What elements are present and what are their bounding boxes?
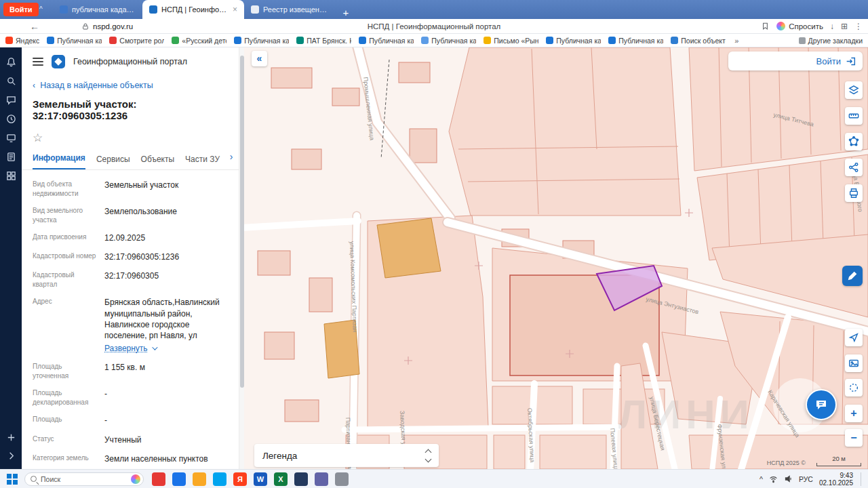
expand-address-link[interactable]: Развернуть (104, 343, 229, 354)
bookmark-item[interactable]: Публичная кадас (608, 37, 663, 45)
bookmark-item[interactable]: Яндекс (5, 37, 39, 45)
taskbar-app-icon[interactable] (294, 472, 308, 486)
nav-back-icon[interactable]: ← (30, 21, 39, 32)
back-to-results-link[interactable]: ‹ Назад в найденные объекты (22, 74, 239, 92)
messenger-icon[interactable] (6, 95, 16, 105)
copilot-icon[interactable] (131, 474, 140, 484)
field-label: Вид объекта недвижимости (33, 180, 98, 198)
word-icon[interactable]: W (254, 472, 267, 486)
bookmark-item[interactable]: Публичная кадас (421, 37, 476, 45)
menu-burger-icon[interactable] (33, 58, 43, 66)
tab-favicon (60, 5, 68, 14)
chat-button[interactable] (806, 389, 837, 420)
profile-caret-icon[interactable]: ^ (39, 5, 43, 13)
bookmark-item[interactable]: Смотрите ролик (109, 37, 164, 45)
tab-objects[interactable]: Объекты (141, 155, 175, 169)
panorama-button[interactable] (845, 354, 863, 372)
network-icon[interactable] (769, 474, 778, 483)
portal-login-button[interactable]: Войти (728, 52, 863, 70)
yandex-browser-icon[interactable]: Я (233, 472, 247, 486)
search-icon[interactable] (6, 76, 16, 86)
bookmark-item[interactable]: Публичная кадас (234, 37, 289, 45)
folder-icon[interactable] (193, 472, 206, 486)
bookmark-flag-icon[interactable] (761, 22, 770, 30)
clock[interactable]: 9:43 02.10.2025 (819, 472, 853, 487)
ask-ai-button[interactable]: Спросить (776, 22, 823, 30)
bookmark-item[interactable]: Поиск объектов (671, 37, 726, 45)
taskbar-app-icon[interactable] (315, 472, 328, 486)
apps-grid-icon[interactable] (6, 171, 16, 181)
taskbar-app-icon[interactable] (213, 472, 226, 486)
url-field[interactable]: nspd.gov.ru (81, 22, 133, 30)
devices-icon[interactable] (6, 133, 16, 143)
scale-ruler-button[interactable] (845, 107, 863, 125)
field-value: Земельный участок (104, 180, 178, 198)
language-indicator[interactable]: РУС (799, 475, 813, 483)
zoom-in-button[interactable]: + (845, 405, 863, 422)
field-value: 32:17:0960305:1236 (104, 251, 179, 262)
location-arrow-icon (848, 332, 859, 343)
tab-information[interactable]: Информация (33, 153, 85, 169)
extensions-icon[interactable]: ⊞ (841, 22, 848, 31)
excel-icon[interactable]: X (274, 472, 288, 486)
legend-panel[interactable]: Легенда (254, 444, 439, 467)
speaker-icon[interactable] (784, 474, 793, 483)
favorite-star-icon[interactable]: ☆ (22, 124, 239, 146)
bookmark-item[interactable]: Публичная кадас (359, 37, 414, 45)
bookmark-item[interactable]: Письмо «Рыночн (484, 37, 538, 45)
expand-link-label: Развернуть (104, 343, 148, 354)
browser-menu-icon[interactable]: ⋮ (854, 22, 863, 31)
map-canvas[interactable]: ЛИНИ Промышленная улица улица Титчева ул… (244, 47, 868, 469)
bookmark-favicon (296, 37, 304, 44)
measure-area-button[interactable] (845, 133, 863, 150)
close-tab-icon[interactable]: × (233, 5, 237, 14)
map-watermark: ЛИНИ (618, 392, 754, 437)
tab-parcel-parts[interactable]: Части ЗУ (185, 155, 220, 169)
clock-date: 02.10.2025 (819, 479, 853, 487)
nspd-logo-icon[interactable] (52, 55, 65, 68)
bookmark-item[interactable]: Публичная кадас (47, 37, 102, 45)
layers-button[interactable] (845, 81, 863, 99)
notifications-icon[interactable] (6, 57, 16, 67)
taskbar-app-icon[interactable] (172, 472, 186, 486)
profile-login-badge[interactable]: Войти (3, 3, 39, 16)
bookmarks-bar: Яндекс Публичная кадас Смотрите ролик «Р… (0, 34, 868, 47)
notes-icon[interactable] (6, 152, 16, 162)
tabs-scroll-right-icon[interactable]: › (224, 149, 239, 164)
expand-rail-icon[interactable] (6, 451, 16, 461)
dashed-circle-icon (848, 382, 859, 393)
building-orange (377, 218, 441, 278)
select-area-button[interactable] (845, 379, 863, 396)
tab-services[interactable]: Сервисы (96, 155, 130, 169)
ruler-icon (848, 110, 859, 121)
field-value: 32:17:0960305 (104, 270, 159, 289)
other-bookmarks-button[interactable]: Другие закладки (799, 37, 863, 45)
bookmarks-overflow-icon[interactable]: » (734, 37, 738, 45)
taskbar-search[interactable]: Поиск (24, 472, 144, 486)
taskbar-app-icon[interactable] (335, 472, 349, 486)
history-icon[interactable] (6, 114, 16, 124)
draw-tool-button[interactable] (842, 266, 863, 286)
start-button[interactable] (7, 474, 18, 485)
browser-tab-3[interactable]: Реестр извещений (244, 0, 334, 19)
share-button[interactable] (845, 159, 863, 176)
panel-scrollbar[interactable] (239, 47, 244, 469)
new-tab-button[interactable]: + (339, 5, 353, 19)
print-button[interactable] (845, 184, 863, 202)
tray-expand-icon[interactable]: ^ (760, 475, 763, 483)
add-panel-icon[interactable] (6, 432, 16, 443)
scale-line (816, 463, 861, 466)
legend-toggle-icon[interactable] (426, 450, 431, 462)
download-icon[interactable]: ↓ (830, 22, 834, 31)
bookmark-item[interactable]: ПАТ Брянск. Кни (296, 37, 351, 45)
bookmark-item[interactable]: «Русский детекти (172, 37, 226, 45)
taskbar-app-icon[interactable] (152, 472, 165, 486)
login-label: Войти (816, 56, 841, 66)
bookmark-item[interactable]: Публичная кадас (546, 37, 601, 45)
my-location-button[interactable] (845, 329, 863, 346)
collapse-panel-button[interactable]: « (252, 51, 267, 66)
browser-tab-2-active[interactable]: НСПД | Геоинформаци × (142, 0, 244, 19)
show-desktop-button[interactable] (861, 472, 863, 486)
zoom-out-button[interactable]: − (845, 429, 863, 447)
browser-tab-1[interactable]: публичная кадастровая (53, 0, 142, 19)
